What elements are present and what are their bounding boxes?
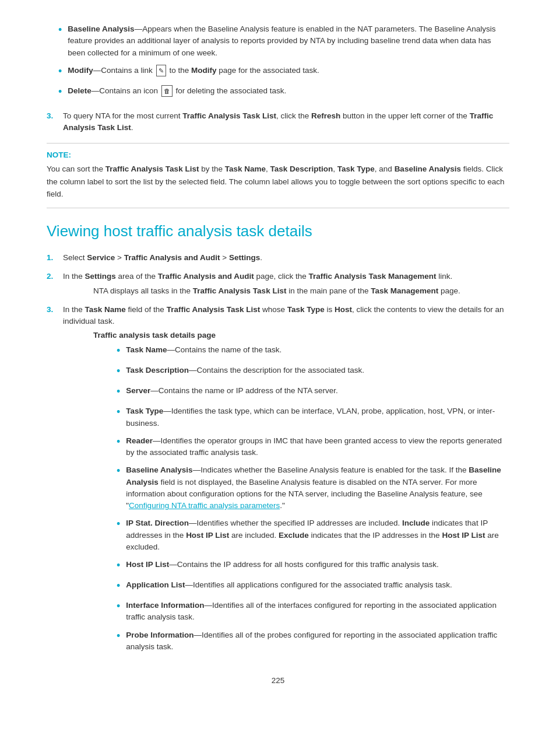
step-2-subtext: NTA displays all tasks in the Traffic An…	[47, 285, 509, 297]
host-ip-list-term: Host IP List	[186, 531, 229, 540]
step-3-top: 3. To query NTA for the most current Tra…	[47, 110, 509, 134]
host-ref: Host	[335, 305, 352, 314]
step-3: 3. In the Task Name field of the Traffic…	[47, 304, 509, 328]
traffic-analysis-task-management-ref: Traffic Analysis Task Management	[308, 272, 436, 281]
traffic-analysis-task-list-ref: Traffic Analysis Task List	[182, 111, 276, 120]
bullet-task-description: • Task Description—Contains the descript…	[105, 365, 509, 379]
term-modify: Modify	[68, 66, 93, 75]
note-term2: Task Name	[225, 164, 266, 173]
bullet-dot-2: •	[58, 64, 62, 79]
term-delete: Delete	[68, 86, 92, 95]
step-2-text: In the Settings area of the Traffic Anal…	[63, 271, 452, 282]
note-term3: Task Description	[270, 164, 333, 173]
traffic-analysis-audit-ref: Traffic Analysis and Audit	[158, 272, 254, 281]
step-1: 1. Select Service > Traffic Analysis and…	[47, 252, 509, 264]
ip-stat-term: IP Stat. Direction	[126, 519, 189, 527]
settings-ref: Settings	[85, 272, 116, 281]
task-type-ref: Task Type	[287, 305, 325, 314]
step-3-number: 3.	[47, 304, 57, 316]
bullet-task-name: • Task Name—Contains the name of the tas…	[105, 344, 509, 359]
page-number: 225	[47, 676, 509, 685]
step-1-text: Select Service > Traffic Analysis and Au…	[63, 252, 262, 264]
probe-info-term: Probe Information	[126, 631, 193, 639]
probe-info-bullet: Probe Information—Identifies all of the …	[126, 629, 509, 653]
reader-term: Reader	[126, 436, 153, 445]
traffic-task-list-ref2: Traffic Analysis Task List	[167, 305, 261, 314]
note-label: NOTE:	[47, 150, 509, 159]
application-list-term: Application List	[126, 580, 185, 589]
bdot9: •	[117, 578, 120, 594]
bullet-modify-text: Modify—Contains a link ✎ to the Modify p…	[68, 65, 319, 77]
server-bullet: Server—Contains the name or IP address o…	[126, 385, 337, 397]
service-label: Service	[87, 253, 115, 262]
dash-3: —	[92, 86, 100, 95]
bullet-dot-3: •	[58, 84, 62, 100]
step-3-top-text: To query NTA for the most current Traffi…	[63, 110, 509, 134]
bdot7: •	[117, 516, 120, 532]
bullet-ip-stat: • IP Stat. Direction—Identifies whether …	[105, 517, 509, 553]
bdot10: •	[117, 598, 120, 614]
modify-icon: ✎	[156, 65, 166, 77]
host-ip-list-term3: Host IP List	[126, 560, 169, 569]
bdot6: •	[117, 463, 120, 479]
reader-bullet: Reader—Identifies the operator groups in…	[126, 435, 509, 459]
bullet-host-ip-list: • Host IP List—Contains the IP address f…	[105, 559, 509, 573]
interface-info-term: Interface Information	[126, 601, 204, 610]
bullet-interface-info: • Interface Information—Identifies all o…	[105, 600, 509, 624]
exclude-term: Exclude	[279, 531, 309, 540]
bullet-probe-info: • Probe Information—Identifies all of th…	[105, 629, 509, 653]
bullet-baseline-analysis: • Baseline Analysis—Appears when the Bas…	[47, 23, 509, 59]
note-term1: Traffic Analysis Task List	[105, 164, 199, 173]
delete-icon: 🗑	[161, 85, 173, 97]
dash: —	[135, 24, 143, 33]
bdot2: •	[117, 363, 120, 379]
host-ip-list-term2: Host IP List	[442, 531, 485, 540]
application-list-bullet: Application List—Identifies all applicat…	[126, 579, 452, 591]
traffic-analysis-task-details-heading: Traffic analysis task details page	[93, 331, 509, 340]
bullet-server: • Server—Contains the name or IP address…	[105, 385, 509, 400]
traffic-analysis-task-list-ref-2: Traffic Analysis Task List	[63, 111, 493, 132]
sub-heading-bold: Traffic analysis task details	[93, 331, 195, 340]
traffic-task-list-ref: Traffic Analysis Task List	[193, 286, 287, 295]
baseline-analysis-bullet: Baseline Analysis—Indicates whether the …	[126, 464, 509, 512]
task-name-bullet: Task Name—Contains the name of the task.	[126, 344, 281, 356]
task-name-term: Task Name	[126, 345, 167, 354]
traffic-analysis-audit-label: Traffic Analysis and Audit	[124, 253, 220, 262]
top-bullets-section: • Baseline Analysis—Appears when the Bas…	[47, 23, 509, 100]
configuring-nta-link[interactable]: Configuring NTA traffic analysis paramet…	[129, 501, 280, 510]
settings-label: Settings	[229, 253, 260, 262]
interface-info-bullet: Interface Information—Identifies all of …	[126, 600, 509, 624]
term-baseline-analysis: Baseline Analysis	[68, 24, 134, 33]
step-1-number: 1.	[47, 252, 57, 264]
bullet-task-type: • Task Type—Identifies the task type, wh…	[105, 405, 509, 429]
bullet-application-list: • Application List—Identifies all applic…	[105, 579, 509, 594]
include-term: Include	[402, 519, 430, 527]
bullet-modify: • Modify—Contains a link ✎ to the Modify…	[47, 65, 509, 79]
refresh-ref: Refresh	[311, 111, 340, 120]
step-2-sub: NTA displays all tasks in the Traffic An…	[93, 286, 460, 295]
task-type-bullet: Task Type—Identifies the task type, whic…	[126, 405, 509, 429]
modify-page-label: Modify	[191, 66, 217, 75]
step-3-bullets: • Task Name—Contains the name of the tas…	[105, 344, 509, 653]
step-3-text: In the Task Name field of the Traffic An…	[63, 304, 509, 328]
section-heading: Viewing host traffic analysis task detai…	[47, 222, 509, 240]
task-description-bullet: Task Description—Contains the descriptio…	[126, 365, 364, 376]
page-container: • Baseline Analysis—Appears when the Bas…	[0, 0, 556, 720]
bullet-baseline-analysis-2: • Baseline Analysis—Indicates whether th…	[105, 464, 509, 512]
step-2-number: 2.	[47, 271, 57, 282]
note-term4: Task Type	[337, 164, 375, 173]
task-type-term: Task Type	[126, 407, 163, 415]
bdot4: •	[117, 404, 120, 420]
step-2: 2. In the Settings area of the Traffic A…	[47, 271, 509, 282]
bullet-baseline-analysis-text: Baseline Analysis—Appears when the Basel…	[68, 23, 509, 59]
step-3-sub-section: Traffic analysis task details page • Tas…	[47, 331, 509, 653]
note-text: You can sort the Traffic Analysis Task L…	[47, 163, 509, 201]
task-description-term: Task Description	[126, 366, 189, 374]
baseline-analysis-term2: Baseline Analysis	[126, 466, 192, 474]
bullet-dot: •	[58, 22, 62, 38]
bdot11: •	[117, 628, 120, 644]
dash-2: —	[93, 66, 101, 75]
task-management-ref: Task Management	[371, 286, 438, 295]
step-3-top-number: 3.	[47, 110, 57, 122]
server-term: Server	[126, 386, 150, 395]
